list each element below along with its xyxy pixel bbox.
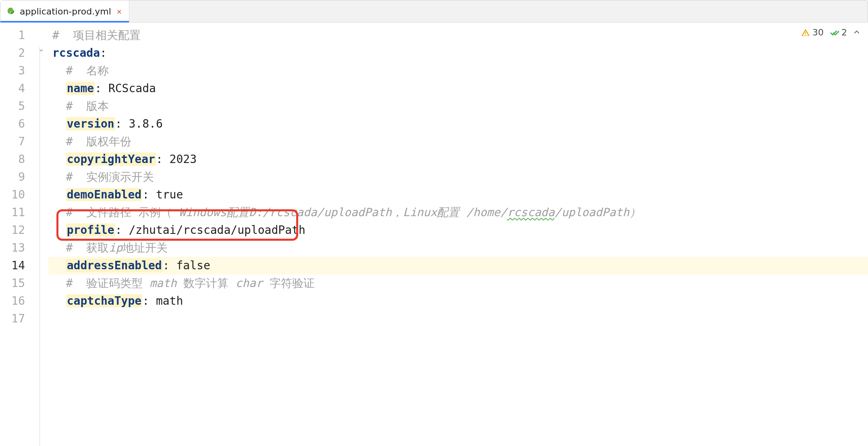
code-area[interactable]: # 项目相关配置 rcscada: # 名称 name: RCScada # 版… bbox=[48, 23, 868, 446]
warning-count: 30 bbox=[812, 27, 824, 37]
close-icon[interactable]: ✕ bbox=[117, 7, 122, 15]
yaml-key: profile bbox=[66, 223, 115, 237]
yaml-value: true bbox=[156, 188, 183, 201]
yaml-key: rcscada bbox=[52, 46, 100, 60]
code-line[interactable]: # 项目相关配置 bbox=[48, 27, 868, 44]
line-number[interactable]: 13 bbox=[0, 239, 36, 257]
code-line[interactable]: name: RCScada bbox=[48, 80, 868, 97]
comment-text: # 版权年份 bbox=[66, 135, 132, 148]
line-number[interactable]: 10 bbox=[0, 186, 36, 204]
comment-text: # 文件路径 示例（ bbox=[66, 206, 179, 219]
comment-text: ip bbox=[109, 241, 123, 254]
line-number[interactable]: 16 bbox=[0, 292, 36, 310]
yaml-value: 3.8.6 bbox=[129, 117, 162, 130]
yaml-key: captchaType bbox=[66, 294, 142, 308]
yaml-value: false bbox=[176, 259, 210, 272]
ok-indicator[interactable]: 2 bbox=[830, 27, 847, 37]
code-line[interactable]: rcscada: bbox=[48, 44, 868, 62]
code-line-current[interactable]: addressEnabled: false bbox=[48, 257, 868, 275]
typo-text: rcscada bbox=[507, 206, 554, 219]
tab-label: application-prod.yml bbox=[20, 6, 111, 17]
comment-text: math bbox=[150, 277, 183, 290]
fold-gutter bbox=[36, 23, 48, 446]
inspection-widget[interactable]: 30 2 bbox=[801, 27, 860, 37]
warning-icon bbox=[801, 28, 810, 37]
comment-text: # 版本 bbox=[66, 99, 109, 113]
code-line[interactable]: captchaType: math bbox=[48, 292, 868, 310]
line-number[interactable]: 9 bbox=[0, 168, 36, 186]
code-line[interactable]: # 名称 bbox=[48, 62, 868, 80]
indent-guide bbox=[39, 47, 40, 446]
code-line[interactable]: # 版本 bbox=[48, 97, 868, 115]
comment-text: # 验证码类型 bbox=[66, 277, 150, 290]
line-number[interactable]: 4 bbox=[0, 80, 36, 97]
line-number[interactable]: 15 bbox=[0, 275, 36, 292]
yaml-key: demoEnabled bbox=[66, 188, 142, 201]
colon: : bbox=[100, 46, 107, 60]
code-line[interactable]: # 验证码类型 math 数字计算 char 字符验证 bbox=[48, 275, 868, 292]
code-line[interactable]: # 实例演示开关 bbox=[48, 168, 868, 186]
line-number[interactable]: 11 bbox=[0, 204, 36, 221]
line-number[interactable]: 12 bbox=[0, 221, 36, 239]
svg-rect-1 bbox=[805, 34, 806, 35]
editor: 1 2 3 4 5 6 7 8 9 10 11 12 13 14 15 16 1… bbox=[0, 23, 868, 446]
yaml-key: name bbox=[66, 82, 95, 95]
yaml-key: version bbox=[66, 117, 115, 130]
comment-text: 地址开关 bbox=[123, 241, 168, 254]
code-line[interactable]: profile: /zhutai/rcscada/uploadPath bbox=[48, 221, 868, 239]
line-number[interactable]: 14 bbox=[0, 257, 36, 275]
file-tab-application-prod[interactable]: application-prod.yml ✕ bbox=[0, 0, 129, 22]
warning-indicator[interactable]: 30 bbox=[801, 27, 824, 37]
yaml-value: 2023 bbox=[170, 153, 197, 166]
svg-rect-0 bbox=[805, 32, 806, 34]
comment-text: 字符验证 bbox=[270, 277, 315, 290]
line-number-gutter: 1 2 3 4 5 6 7 8 9 10 11 12 13 14 15 16 1… bbox=[0, 23, 36, 446]
yaml-value: math bbox=[156, 294, 183, 308]
yaml-key: copyrightYear bbox=[66, 153, 156, 166]
code-line[interactable]: # 文件路径 示例（ Windows配置D:/rcscada/uploadPat… bbox=[48, 204, 868, 221]
line-number[interactable]: 17 bbox=[0, 310, 36, 328]
comment-text: # 获取 bbox=[66, 241, 109, 254]
yaml-key: addressEnabled bbox=[66, 259, 163, 272]
line-number[interactable]: 7 bbox=[0, 133, 36, 151]
code-line[interactable]: copyrightYear: 2023 bbox=[48, 151, 868, 168]
code-line[interactable]: # 版权年份 bbox=[48, 133, 868, 151]
comment-text: char bbox=[235, 277, 269, 290]
comment-text: Windows配置D:/rcscada/uploadPath，Linux配置 /… bbox=[179, 206, 507, 219]
comment-text: # 项目相关配置 bbox=[52, 29, 141, 42]
yaml-value: RCScada bbox=[108, 82, 156, 95]
line-number[interactable]: 5 bbox=[0, 97, 36, 115]
comment-text: # 名称 bbox=[66, 64, 109, 77]
code-line[interactable]: demoEnabled: true bbox=[48, 186, 868, 204]
line-number[interactable]: 3 bbox=[0, 62, 36, 80]
line-number[interactable]: 6 bbox=[0, 115, 36, 133]
code-line[interactable]: version: 3.8.6 bbox=[48, 115, 868, 133]
line-number[interactable]: 1 bbox=[0, 27, 36, 44]
ok-count: 2 bbox=[841, 27, 847, 37]
yaml-value: /zhutai/rcscada/uploadPath bbox=[129, 223, 305, 237]
chevron-up-icon[interactable] bbox=[853, 27, 860, 37]
code-line[interactable] bbox=[48, 310, 868, 328]
double-check-icon bbox=[830, 28, 839, 37]
editor-tab-bar: application-prod.yml ✕ bbox=[0, 0, 868, 23]
code-line[interactable]: # 获取ip地址开关 bbox=[48, 239, 868, 257]
comment-text: 数字计算 bbox=[183, 277, 235, 290]
line-number[interactable]: 2 bbox=[0, 44, 36, 62]
fold-chevron-icon[interactable] bbox=[37, 46, 45, 54]
line-number[interactable]: 8 bbox=[0, 151, 36, 168]
spring-leaf-icon bbox=[6, 6, 16, 16]
comment-text: # 实例演示开关 bbox=[66, 170, 154, 184]
comment-text: /uploadPath） bbox=[554, 206, 640, 219]
